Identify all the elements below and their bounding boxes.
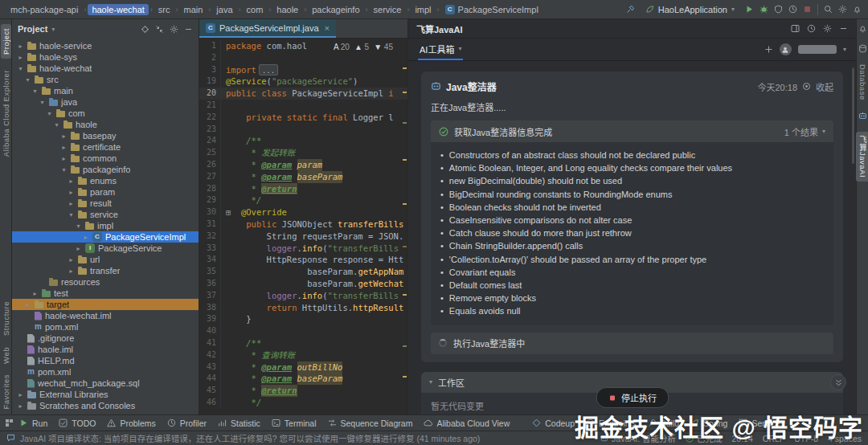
inspections-widget[interactable]: A 20▲ 5▼ 45 xyxy=(330,41,396,55)
close-icon[interactable]: × xyxy=(325,23,330,33)
stripe-mark[interactable] xyxy=(403,122,407,124)
chevron-right-icon[interactable]: ▸ xyxy=(60,144,68,151)
chevron-down-icon[interactable]: ▾ xyxy=(24,76,31,84)
layout-icon[interactable] xyxy=(791,24,800,33)
tool-strip-item-favorites[interactable]: Favorites xyxy=(2,374,10,410)
ai-icon[interactable] xyxy=(858,112,867,120)
tree-item--gitignore[interactable]: .gitignore xyxy=(12,333,199,344)
tree-item-haole[interactable]: ▾haole xyxy=(12,119,199,130)
breadcrumb-item[interactable]: haole-wechat xyxy=(88,4,148,15)
stop-icon[interactable] xyxy=(803,5,812,14)
gear-icon[interactable] xyxy=(170,25,178,34)
chevron-right-icon[interactable]: ▸ xyxy=(68,189,75,196)
chevron-right-icon[interactable]: ▸ xyxy=(60,133,68,140)
tree-item-packageinfo[interactable]: ▾packageinfo xyxy=(12,164,199,175)
chevron-right-icon[interactable]: ▸ xyxy=(17,54,24,61)
tree-item-main[interactable]: ▾main xyxy=(12,85,199,96)
status-message-area[interactable]: JavaAI 项目编译状态: 当前项目存在编译错误，还在人工进行修复吗? 您可以… xyxy=(6,432,480,444)
chevron-right-icon[interactable]: ▸ xyxy=(60,155,68,162)
coverage-icon[interactable] xyxy=(774,5,783,14)
stripe-mark[interactable] xyxy=(403,67,407,69)
avatar[interactable] xyxy=(780,43,792,55)
tree-item-common[interactable]: ▸common xyxy=(12,153,199,164)
tree-item-enums[interactable]: ▸enums xyxy=(12,175,199,186)
debug-icon[interactable] xyxy=(760,5,768,14)
chevron-right-icon[interactable]: ▸ xyxy=(24,301,31,308)
chevron-right-icon[interactable]: ▸ xyxy=(68,200,75,207)
tree-item-haole-service[interactable]: ▸haole-service xyxy=(12,40,199,51)
breadcrumb-item[interactable]: java xyxy=(212,4,236,15)
tree-item-param[interactable]: ▸param xyxy=(12,186,199,198)
bell-icon[interactable] xyxy=(853,5,862,14)
breadcrumb-item[interactable]: src xyxy=(154,4,174,15)
locate-icon[interactable] xyxy=(141,25,149,34)
tree-item-service[interactable]: ▾service xyxy=(12,209,199,220)
chevron-right-icon[interactable]: ▸ xyxy=(82,234,89,241)
tool-window-button-alibaba-cloud-view[interactable]: Alibaba Cloud View xyxy=(418,415,515,431)
chevron-right-icon[interactable]: ▸ xyxy=(31,290,39,297)
editor-tab[interactable]: C PackageServiceImpl.java × xyxy=(199,19,336,38)
tree-item-pom-xml[interactable]: mpom.xml xyxy=(12,366,199,378)
tree-item-test[interactable]: ▸test xyxy=(12,288,199,299)
chevron-right-icon[interactable]: ▸ xyxy=(75,245,82,252)
tree-item-com[interactable]: ▾com xyxy=(12,108,199,119)
chevron-down-icon[interactable]: ▾ xyxy=(51,26,55,33)
chevron-down-icon[interactable]: ▾ xyxy=(53,121,60,129)
tree-item-wechat-mch-package-sql[interactable]: wechat_mch_package.sql xyxy=(12,378,199,389)
tree-item-packageserviceimpl[interactable]: ▸CPackageServiceImpl xyxy=(12,231,199,243)
plus-icon[interactable] xyxy=(764,45,773,54)
tool-strip-item-project[interactable]: Project xyxy=(1,24,11,59)
breadcrumb-item[interactable]: impl xyxy=(411,4,435,15)
tree-item-external-libraries[interactable]: ▸External Libraries xyxy=(12,389,199,400)
gear-icon[interactable] xyxy=(838,5,847,14)
tree-item-haole-iml[interactable]: haole.iml xyxy=(12,344,199,355)
run-config-selector[interactable]: HaoLeApplication ▾ xyxy=(641,4,739,15)
collapse-link[interactable]: 收起 xyxy=(816,80,833,93)
db-icon[interactable] xyxy=(858,44,867,53)
stripe-mark[interactable] xyxy=(403,92,407,93)
collapse-icon[interactable] xyxy=(155,25,164,34)
tool-window-button-profiler[interactable]: Profiler xyxy=(162,415,212,431)
breadcrumb-item[interactable]: haole xyxy=(272,4,302,15)
tree-item-pom-xml[interactable]: mpom.xml xyxy=(12,321,199,333)
tree-item-certificate[interactable]: ▸certificate xyxy=(12,141,199,153)
scroll-to-bottom-button[interactable] xyxy=(830,374,846,390)
tool-window-button-sequence-diagram[interactable]: Sequence Diagram xyxy=(322,415,419,431)
tree-item-haole-sys[interactable]: ▸haole-sys xyxy=(12,51,199,63)
chevron-right-icon[interactable]: ▸ xyxy=(17,43,24,50)
breadcrumb-item[interactable]: packageinfo xyxy=(308,4,363,15)
search-icon[interactable] xyxy=(824,5,833,14)
chevron-right-icon[interactable]: ▸ xyxy=(17,391,24,398)
eye-icon[interactable] xyxy=(802,82,811,91)
tree-item-packageservice[interactable]: ▸IPackageService xyxy=(12,243,199,254)
tool-window-button-problems[interactable]: Problems xyxy=(101,415,161,431)
windows-icon[interactable] xyxy=(5,418,14,427)
tool-window-button-statistic[interactable]: Statistic xyxy=(212,415,266,431)
tab-ai-toolbox[interactable]: AI工具箱 ▾ xyxy=(418,39,463,60)
stripe-mark[interactable] xyxy=(403,376,407,378)
tool-strip-item-feisuan-javaai[interactable]: 飞算JavaAI xyxy=(856,132,868,182)
chevron-down-icon[interactable]: ▾ xyxy=(46,110,53,117)
ai-result-row[interactable]: 获取Java整洁器信息完成 1 个结果 ▾ xyxy=(431,120,833,142)
profiler-icon[interactable] xyxy=(788,5,797,14)
tree-item-resources[interactable]: resources xyxy=(12,276,199,288)
breadcrumb-item[interactable]: CPackageServiceImpl xyxy=(441,4,542,15)
gear-icon[interactable] xyxy=(823,24,832,33)
run-icon[interactable] xyxy=(745,5,754,14)
error-stripe[interactable] xyxy=(403,39,407,414)
tool-strip-item-database[interactable]: Database xyxy=(858,64,867,100)
project-panel-title[interactable]: Project xyxy=(18,24,47,34)
chevron-down-icon[interactable]: ▾ xyxy=(843,46,846,53)
breadcrumb-item[interactable]: service xyxy=(370,4,406,15)
tool-strip-item-alibaba-cloud-explorer[interactable]: Alibaba Cloud Explorer xyxy=(2,70,10,157)
minus-icon[interactable] xyxy=(184,25,193,34)
scrollbar[interactable] xyxy=(852,67,854,164)
tool-strip-item-web[interactable]: Web xyxy=(2,347,10,364)
breadcrumb-item[interactable]: mch-package-api xyxy=(6,4,82,15)
tree-item-impl[interactable]: ▾impl xyxy=(12,220,199,231)
hammer-icon[interactable] xyxy=(626,5,635,14)
chevron-down-icon[interactable]: ▾ xyxy=(68,211,75,218)
tree-item-help-md[interactable]: HELP.md xyxy=(12,355,199,366)
tree-item-haole-wechat[interactable]: ▾haole-wechat xyxy=(12,63,199,74)
tool-window-button-todo[interactable]: TODO xyxy=(53,415,101,431)
